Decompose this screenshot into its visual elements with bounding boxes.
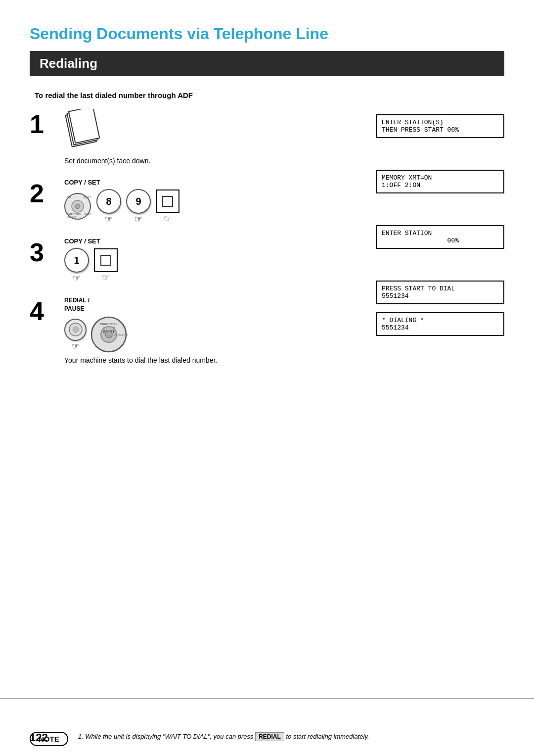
key-8: 8: [96, 189, 121, 214]
key-8-group: 8 ☞: [96, 189, 121, 224]
step-3-number: 3: [30, 239, 59, 265]
lcd1-line1: ENTER STATION(S): [382, 119, 498, 126]
svg-rect-11: [163, 196, 173, 206]
step-2-content: COPY / SET EVA DIRECTORY SEARCH START: [64, 179, 366, 224]
key-set-group: ☞: [156, 189, 179, 223]
lcd3-line1: ENTER STATION: [382, 230, 498, 237]
key-1: 1: [64, 248, 89, 273]
lcd-display-5: * DIALING * 5551234: [376, 312, 504, 336]
svg-text:EVA: EVA: [67, 196, 72, 199]
page-number: 122: [30, 731, 48, 744]
spacer-2: [376, 201, 504, 221]
instruction-title: To redial the last dialed number through…: [35, 91, 504, 99]
step-1-illustration: [64, 109, 366, 154]
svg-point-20: [105, 331, 112, 338]
bottom-note: NOTE 1. While the unit is displaying "WA…: [30, 732, 504, 746]
key-1-group: 1 ☞: [64, 248, 89, 283]
bottom-rule: [0, 698, 534, 699]
redial-button-group: ☞: [64, 319, 87, 351]
finger-tap-set2: ☞: [102, 273, 110, 282]
document-icon: [64, 109, 104, 154]
lcd5-line1: * DIALING *: [382, 317, 498, 324]
svg-text:DIRECTORY: DIRECTORY: [100, 323, 117, 326]
note-key: REDIAL: [255, 732, 284, 741]
svg-point-14: [73, 327, 79, 332]
finger-tap-9: ☞: [134, 215, 142, 224]
spacer-3: [376, 257, 504, 277]
step-4-content: REDIAL / PAUSE ☞: [64, 296, 366, 364]
steps-left: 1 Set document(s) face d: [30, 109, 376, 378]
step-2-buttons: EVA DIRECTORY SEARCH START FUNCTION 8 ☞ …: [64, 189, 366, 224]
lcd3-line2: 00%: [382, 237, 498, 244]
step-4-controls: ☞ DIRECTORY SEARCH START FUNCTI: [64, 316, 366, 353]
key-9-group: 9 ☞: [126, 189, 151, 224]
step-1-desc: Set document(s) face down.: [64, 157, 366, 165]
finger-tap-1: ☞: [73, 274, 81, 283]
spacer-1: [376, 146, 504, 166]
lcd2-line2: 1:OFF 2:ON: [382, 182, 498, 189]
finger-tap-8: ☞: [105, 215, 113, 224]
key-set: [156, 189, 179, 213]
finger-tap-set: ☞: [164, 214, 172, 223]
step-4-number: 4: [30, 298, 59, 324]
step-4-label: REDIAL / PAUSE: [64, 296, 366, 313]
lcd-display-1: ENTER STATION(S) THEN PRESS START 00%: [376, 114, 504, 138]
svg-text:START: START: [83, 196, 91, 199]
set-icon: [162, 196, 173, 207]
lcd1-line2: THEN PRESS START 00%: [382, 126, 498, 134]
key-set2-group: ☞: [94, 248, 118, 282]
section-header: Redialing: [30, 51, 504, 76]
key-set2: [94, 248, 118, 272]
svg-text:FUNCTION: FUNCTION: [114, 333, 128, 336]
key-9: 9: [126, 189, 151, 214]
start-button-group: DIRECTORY SEARCH START FUNCTION: [90, 316, 128, 353]
svg-text:SEARCH: SEARCH: [67, 216, 77, 219]
step-3-content: COPY / SET 1 ☞: [64, 237, 366, 283]
svg-rect-12: [101, 255, 111, 265]
svg-text:FUNCTION: FUNCTION: [85, 213, 91, 216]
note-text-italic: While the unit is displaying "WAIT TO DI…: [85, 733, 369, 740]
lcd4-line1: PRESS START TO DIAL: [382, 285, 498, 292]
note-text-before: 1.: [78, 733, 85, 740]
set-icon-2: [100, 255, 111, 266]
page-content: Sending Documents via Telephone Line Red…: [0, 0, 534, 408]
steps-area: 1 Set document(s) face d: [30, 109, 504, 378]
redial-button: [64, 319, 87, 341]
note-text: 1. While the unit is displaying "WAIT TO…: [78, 732, 369, 742]
step-2-row: 2 COPY / SET EVA DIRECTORY SEARCH: [30, 179, 366, 224]
step-1-number: 1: [30, 111, 59, 137]
step-3-label: COPY / SET: [64, 237, 366, 245]
step-3-buttons: 1 ☞ ☞: [64, 248, 366, 283]
control-panel-icon: EVA DIRECTORY SEARCH START FUNCTION: [64, 191, 91, 221]
redial-icon: [68, 322, 83, 337]
lcd-display-2: MEMORY XMT=ON 1:OFF 2:ON: [376, 170, 504, 193]
steps-right: ENTER STATION(S) THEN PRESS START 00% ME…: [376, 109, 504, 378]
step-4-row: 4 REDIAL / PAUSE: [30, 296, 366, 364]
step-2-number: 2: [30, 181, 59, 206]
lcd-display-3: ENTER STATION 00%: [376, 225, 504, 249]
lcd4-line2: 5551234: [382, 292, 498, 300]
finger-tap-redial: ☞: [72, 342, 80, 351]
step-1-row: 1 Set document(s) face d: [30, 109, 366, 165]
lcd5-line2: 5551234: [382, 324, 498, 331]
start-control-icon: DIRECTORY SEARCH START FUNCTION: [90, 316, 128, 353]
svg-point-5: [75, 204, 80, 209]
lcd2-line1: MEMORY XMT=ON: [382, 174, 498, 182]
step-2-label: COPY / SET: [64, 179, 366, 186]
step-3-row: 3 COPY / SET 1 ☞: [30, 237, 366, 283]
step-1-content: Set document(s) face down.: [64, 109, 366, 165]
lcd-display-4: PRESS START TO DIAL 5551234: [376, 281, 504, 304]
step-4-desc: Your machine starts to dial the last dia…: [64, 356, 366, 364]
chapter-title: Sending Documents via Telephone Line: [30, 20, 504, 43]
